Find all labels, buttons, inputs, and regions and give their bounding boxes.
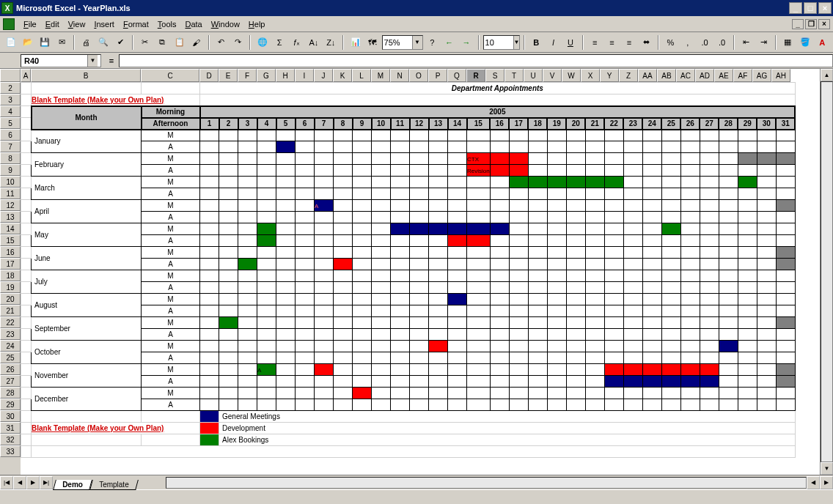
cell-r20-d3[interactable]: [238, 294, 257, 305]
cell-r16-d9[interactable]: [353, 247, 372, 259]
cell-r26-d26[interactable]: [680, 364, 700, 376]
cell-r16-d10[interactable]: [372, 247, 391, 259]
cell-r17-d4[interactable]: [257, 259, 276, 270]
cell-r19-d1[interactable]: [200, 282, 219, 294]
spellcheck-icon[interactable]: ✔: [113, 34, 128, 51]
col-header-J[interactable]: J: [314, 69, 333, 82]
cell-r11-d21[interactable]: [585, 188, 604, 200]
cell-r8-d13[interactable]: [429, 153, 448, 165]
cell-r29-d15[interactable]: [467, 399, 491, 411]
col-header-D[interactable]: D: [199, 69, 219, 82]
row-header-16[interactable]: 16: [0, 246, 21, 258]
cell-r17-d13[interactable]: [429, 259, 448, 270]
cell-r11-d17[interactable]: [509, 188, 528, 200]
cell-r12-d3[interactable]: [238, 200, 257, 212]
cell-r9-d31[interactable]: [776, 165, 795, 177]
cell-r7-d20[interactable]: [566, 141, 585, 153]
cell-r19-d14[interactable]: [448, 282, 467, 294]
cell-r27-d1[interactable]: [200, 376, 219, 388]
cell-r19-d13[interactable]: [429, 282, 448, 294]
row-header-28[interactable]: 28: [0, 387, 21, 399]
cell-r6-d4[interactable]: [257, 130, 276, 141]
cell-r14-d20[interactable]: [566, 223, 585, 235]
cell-r26-d11[interactable]: [391, 364, 410, 376]
cell-r7-d22[interactable]: [604, 141, 623, 153]
cell-r29-d21[interactable]: [585, 399, 604, 411]
cell-r8-d5[interactable]: [276, 153, 296, 165]
cell-r15-d30[interactable]: [757, 235, 776, 247]
col-header-AA[interactable]: AA: [638, 69, 657, 82]
cell-r20-d15[interactable]: [467, 294, 491, 305]
cell-r15-d25[interactable]: [661, 235, 680, 247]
cell-r28-d12[interactable]: [410, 388, 429, 399]
cell-r19-d19[interactable]: [547, 282, 566, 294]
cell-r22-d20[interactable]: [566, 317, 585, 329]
cell-r25-d5[interactable]: [276, 352, 296, 364]
cell-r29-d3[interactable]: [238, 399, 257, 411]
cell-r21-d21[interactable]: [585, 305, 604, 317]
cell-r19-d25[interactable]: [661, 282, 680, 294]
cell-r25-d17[interactable]: [509, 352, 528, 364]
merge-icon[interactable]: ⬌: [639, 34, 654, 51]
cell-r23-d15[interactable]: [467, 329, 491, 341]
redo-icon[interactable]: ↷: [230, 34, 246, 51]
cell-r23-d29[interactable]: [738, 329, 757, 341]
cell-r11-d16[interactable]: [490, 188, 509, 200]
cell-r14-d17[interactable]: [509, 223, 528, 235]
cell-r6-d24[interactable]: [642, 130, 661, 141]
decrease-indent-icon[interactable]: ⇤: [738, 34, 754, 51]
cell-r20-d25[interactable]: [661, 294, 680, 305]
cell-r22-d9[interactable]: [353, 317, 372, 329]
cell-r10-d26[interactable]: [680, 177, 700, 188]
cell-r10-d12[interactable]: [410, 177, 429, 188]
cell-r26-d9[interactable]: [353, 364, 372, 376]
row-header-12[interactable]: 12: [0, 199, 21, 211]
cell-r26-d24[interactable]: [642, 364, 661, 376]
cell-r6-d25[interactable]: [661, 130, 680, 141]
cell-r25-d6[interactable]: [296, 352, 315, 364]
cell-r17-d24[interactable]: [642, 259, 661, 270]
cell-r14-d6[interactable]: [296, 223, 315, 235]
cell-r19-d26[interactable]: [680, 282, 700, 294]
cell-r7-d28[interactable]: [719, 141, 738, 153]
cell-r21-d26[interactable]: [680, 305, 700, 317]
cell-r23-d27[interactable]: [700, 329, 719, 341]
cell-r19-d27[interactable]: [700, 282, 719, 294]
cell-r16-d29[interactable]: [738, 247, 757, 259]
cell-r27-d20[interactable]: [566, 376, 585, 388]
cell-r21-d15[interactable]: [467, 305, 491, 317]
cell-r19-d6[interactable]: [296, 282, 315, 294]
row-header-30[interactable]: 30: [0, 410, 21, 422]
cell-r9-d29[interactable]: [738, 165, 757, 177]
cell-r9-d30[interactable]: [757, 165, 776, 177]
cell-r21-d18[interactable]: [528, 305, 547, 317]
cell-r23-d13[interactable]: [429, 329, 448, 341]
cell-r20-d24[interactable]: [642, 294, 661, 305]
row-header-5[interactable]: 5: [0, 117, 21, 129]
cell-r14-d18[interactable]: [528, 223, 547, 235]
cell-r7-d9[interactable]: [353, 141, 372, 153]
cell-r6-d5[interactable]: [276, 130, 296, 141]
cell-r22-d22[interactable]: [604, 317, 623, 329]
cell-r16-d17[interactable]: [509, 247, 528, 259]
cell-r12-d10[interactable]: [372, 200, 391, 212]
cut-icon[interactable]: ✂: [137, 34, 153, 51]
cell-r16-d11[interactable]: [391, 247, 410, 259]
cell-r24-d18[interactable]: [528, 341, 547, 352]
cell-r19-d2[interactable]: [219, 282, 238, 294]
cell-r14-d31[interactable]: [776, 223, 795, 235]
cell-r11-d10[interactable]: [372, 188, 391, 200]
col-header-F[interactable]: F: [238, 69, 257, 82]
cell-r21-d27[interactable]: [700, 305, 719, 317]
cell-r22-d17[interactable]: [509, 317, 528, 329]
cell-r14-d7[interactable]: [315, 223, 334, 235]
cell-r20-d8[interactable]: [334, 294, 353, 305]
cell-r22-d19[interactable]: [547, 317, 566, 329]
cell-r12-d6[interactable]: [296, 200, 315, 212]
cell-r17-d5[interactable]: [276, 259, 296, 270]
cell-r13-d1[interactable]: [200, 212, 219, 223]
underline-icon[interactable]: U: [562, 34, 578, 51]
cell-r13-d30[interactable]: [757, 212, 776, 223]
new-icon[interactable]: 📄: [3, 34, 18, 51]
cell-r24-d16[interactable]: [490, 341, 509, 352]
